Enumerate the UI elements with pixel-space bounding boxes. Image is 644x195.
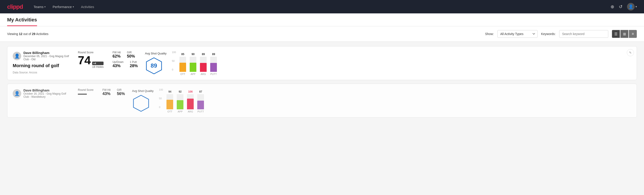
brand-name: clippd [7,3,23,10]
oneputt-stat: 1 Putt 28% [130,60,138,68]
bar-ott-2: 94 OTT [166,90,173,113]
y-label-50: 50 [172,60,178,62]
updown-stat: Up/Down 43% [112,60,124,68]
bar-putt-2: 87 PUTT [197,90,204,113]
avatar: 👤 [627,3,635,10]
bar-chart-2: 100 50 0 94 OTT 92 [159,88,631,113]
score-dash [78,94,87,94]
arg-label: ARG [200,73,206,76]
hexagon-2 [132,94,150,112]
card-user-info: 👤 Dave Billingham December 05, 2021 - Go… [13,51,71,74]
viewing-total: 29 [32,32,36,36]
nav-activities[interactable]: Activities [81,4,94,10]
hexagon-score: 89 [150,62,157,69]
round-score-group: Round Score 74 +4 18 Holes [78,51,104,68]
bar-app-2: 92 APP [177,90,184,113]
teams-chevron-icon: ▾ [44,6,46,8]
round-score-group-2: Round Score [78,88,94,94]
viewing-count: 12 [19,32,22,36]
bar-app: 90 APP [190,53,196,76]
arg-value: 89 [202,53,205,56]
svg-marker-1 [134,95,148,111]
page-header: My Activities [0,14,644,26]
putt-value: 89 [212,53,215,56]
bar-arg: 89 ARG [200,53,207,76]
bar-chart: 100 50 0 85 OTT [172,51,631,76]
user-date: December 05, 2021 - Gog Magog Golf Club … [24,55,71,61]
avatar: 👤 [13,52,21,60]
bar-arg-2: 106 ARG [187,90,194,113]
card-user-info-2: 👤 Dave Billingham October 16, 2021 - Gog… [13,88,71,100]
performance-chevron-icon: ▾ [73,6,74,8]
y-label-0: 0 [172,68,178,71]
compact-list-view-button[interactable]: ≡ [629,30,637,38]
score-number: 74 [78,54,91,66]
show-label: Show: [485,32,494,36]
putt-label: PUTT [210,73,217,76]
user-avatar-button[interactable]: 👤 ▾ [627,3,637,10]
y-label-100: 100 [172,51,178,54]
keywords-label: Keywords: [541,32,556,36]
activity-title: Morning round of golf [13,63,71,68]
user-date-2: October 16, 2021 - Gog Magog Golf Club -… [24,92,71,98]
gir-stat: GIR 50% [127,51,135,59]
user-name: Dave Billingham [24,51,71,55]
activities-content: ✎ 👤 Dave Billingham December 05, 2021 - … [0,42,644,126]
app-label: APP [190,73,196,76]
viewing-text: Viewing 12 out of 29 Activities [7,32,482,36]
brand-logo[interactable]: clippd [7,3,23,10]
nav-performance[interactable]: Performance ▾ [53,4,74,10]
shot-quality-2: Avg Shot Quality 100 50 0 [132,88,631,113]
search-input[interactable] [559,30,608,38]
card-stats-2: Round Score FW Hit 43% GIR 56% [78,88,125,96]
refresh-icon[interactable]: ↺ [619,4,622,9]
gir-stat-2: GIR 56% [117,88,125,96]
data-source: Data Source: Arccos [13,71,71,74]
fw-hit-stat-2: FW Hit 43% [102,88,111,96]
filter-bar: Viewing 12 out of 29 Activities Show: Al… [0,26,644,42]
sq-label: Avg Shot Quality [145,52,167,55]
activity-card-2: 👤 Dave Billingham October 16, 2021 - Gog… [7,84,637,118]
score-holes: 18 Holes [92,65,104,68]
list-view-button[interactable]: ☰ [612,30,620,38]
round-score-label: Round Score [78,51,104,54]
score-badge: +4 [92,62,104,65]
page-title: My Activities [7,17,37,26]
activity-type-select[interactable]: All Activity Types [498,30,538,38]
add-icon[interactable]: ⊕ [610,4,614,9]
avatar-2: 👤 [13,89,21,98]
ott-value: 85 [181,53,184,56]
activity-card: ✎ 👤 Dave Billingham December 05, 2021 - … [7,46,637,80]
fw-hit-stat: FW Hit 62% [112,51,121,59]
user-name-2: Dave Billingham [24,88,71,92]
hexagon: 89 [145,57,163,75]
ott-label: OTT [180,73,185,76]
navbar: clippd Teams ▾ Performance ▾ Activities … [0,0,644,14]
user-info: 👤 Dave Billingham December 05, 2021 - Go… [13,51,71,61]
avatar-chevron-icon: ▾ [636,5,637,8]
view-toggle: ☰ ⊞ ≡ [612,30,637,38]
grid-view-button[interactable]: ⊞ [620,30,628,38]
nav-right-actions: ⊕ ↺ 👤 ▾ [610,3,637,10]
shot-quality: Avg Shot Quality 89 100 50 0 [145,51,631,76]
bar-ott: 85 OTT [180,53,186,76]
card-stats: Round Score 74 +4 18 Holes FW Hit 62% [78,51,138,68]
app-value: 90 [192,53,194,56]
bar-putt: 89 PUTT [210,53,217,76]
nav-teams[interactable]: Teams ▾ [34,4,46,10]
